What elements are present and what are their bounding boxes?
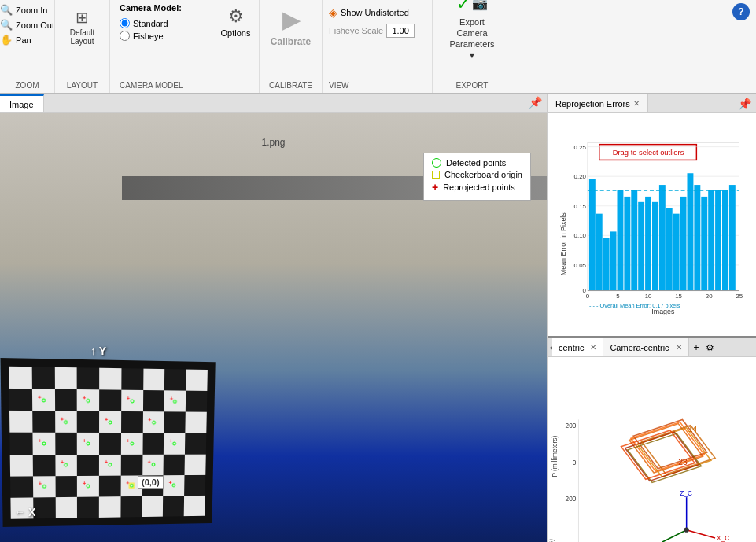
millimeters-label: (millimeters) xyxy=(548,539,555,542)
default-layout-label: Default Layout xyxy=(70,28,95,46)
svg-rect-30 xyxy=(708,190,714,291)
gear-icon: ⚙ xyxy=(228,6,244,27)
export-camera-params-button[interactable]: ✓ 📷 Export Camera Parameters ▼ xyxy=(439,3,505,50)
svg-rect-28 xyxy=(694,185,700,290)
svg-text:0: 0 xyxy=(573,459,577,466)
svg-rect-20 xyxy=(638,202,644,291)
checkerboard-origin-icon xyxy=(432,171,440,179)
default-layout-button[interactable]: ⊞ Default Layout xyxy=(65,3,100,50)
svg-text:15: 15 xyxy=(675,293,682,300)
svg-rect-26 xyxy=(680,197,687,291)
detected-points-label: Detected points xyxy=(446,158,506,168)
origin-label: (0,0) xyxy=(138,476,164,489)
image-filename: 1.png xyxy=(261,137,285,148)
svg-rect-13 xyxy=(589,179,596,290)
svg-point-61 xyxy=(684,528,689,533)
svg-text:200: 200 xyxy=(566,495,577,503)
chart-pin-icon[interactable]: 📌 xyxy=(733,96,756,112)
layout-icon: ⊞ xyxy=(76,8,89,27)
svg-text:X_C: X_C xyxy=(717,534,729,542)
zoom-in-label: Zoom In xyxy=(16,6,47,15)
axis-x-label: ← X xyxy=(14,506,35,518)
calibrate-label: Calibrate xyxy=(271,36,311,47)
camera-centric-tab-label: Camera-centric xyxy=(610,343,669,352)
pan-label: Pan xyxy=(16,35,31,45)
checkerboard-origin-label: Checkerboard origin xyxy=(444,170,522,179)
centric-close-icon[interactable]: ✕ xyxy=(590,343,596,352)
svg-rect-29 xyxy=(701,197,707,291)
options-label: Options xyxy=(221,28,251,38)
svg-rect-25 xyxy=(673,214,680,291)
y-axis-label: Mean Error in Pixels xyxy=(559,212,567,275)
help-button[interactable]: ? xyxy=(732,3,750,20)
checkerboard: ++++++++++++++++++ xyxy=(1,358,216,527)
reprojection-errors-tab[interactable]: Reprojection Errors ✕ xyxy=(548,94,648,112)
fisheye-scale-input[interactable] xyxy=(386,24,415,38)
camera-centric-close-icon[interactable]: ✕ xyxy=(676,343,682,352)
reprojection-chart: Mean Error in Pixels Drag to select outl… xyxy=(554,120,750,330)
svg-rect-21 xyxy=(645,197,651,291)
fisheye-radio-option[interactable]: Fisheye xyxy=(120,31,164,41)
svg-rect-14 xyxy=(596,214,603,291)
fisheye-scale-label: Fisheye Scale xyxy=(329,26,383,35)
camera-model-title: Camera Model: xyxy=(120,3,182,13)
zoom-in-button[interactable]: 🔍 Zoom In xyxy=(0,3,57,17)
svg-text:23: 23 xyxy=(678,458,688,466)
camera-centric-tab[interactable]: Camera-centric ✕ xyxy=(603,338,688,356)
svg-rect-16 xyxy=(610,231,617,290)
calibrate-button[interactable]: ▶ Calibrate xyxy=(263,3,319,50)
add-view-icon[interactable]: + xyxy=(692,341,701,355)
svg-text:Z_C: Z_C xyxy=(680,489,692,497)
axis-y-label: ↑ Y xyxy=(90,345,106,357)
svg-text:14: 14 xyxy=(688,425,698,433)
chart-area: Mean Error in Pixels Drag to select outl… xyxy=(548,113,756,336)
view3d-gear-icon[interactable]: ⚙ xyxy=(704,341,716,355)
layout-group-label: LAYOUT xyxy=(67,78,98,90)
fisheye-radio[interactable] xyxy=(120,31,130,41)
zoom-out-icon: 🔍 xyxy=(0,19,13,31)
svg-text:0.10: 0.10 xyxy=(574,232,587,239)
image-tab[interactable]: Image xyxy=(0,94,44,112)
standard-radio[interactable] xyxy=(120,18,130,28)
svg-rect-32 xyxy=(722,190,728,291)
calibrate-group-label: CALIBRATE xyxy=(269,78,312,90)
reprojected-points-icon: + xyxy=(432,182,438,193)
svg-text:P (millimeters): P (millimeters) xyxy=(551,436,559,477)
detected-points-icon xyxy=(432,158,441,168)
svg-text:5: 5 xyxy=(616,293,620,300)
legend-overlay: Detected points Checkerboard origin + Re… xyxy=(423,153,531,201)
options-button[interactable]: ⚙ Options xyxy=(216,3,256,41)
standard-radio-option[interactable]: Standard xyxy=(120,18,168,28)
svg-text:-200: -200 xyxy=(563,422,577,430)
svg-text:0: 0 xyxy=(586,293,590,300)
reprojection-errors-close-icon[interactable]: ✕ xyxy=(633,99,640,108)
drag-label: Drag to select outliers xyxy=(613,148,684,157)
reprojected-points-label: Reprojected points xyxy=(443,183,515,192)
centric-tab[interactable]: centric ✕ xyxy=(552,338,603,356)
export-camera-params-label: Export Camera Parameters xyxy=(447,17,497,50)
standard-label: Standard xyxy=(133,19,168,28)
svg-rect-23 xyxy=(659,185,666,290)
reprojection-errors-tab-label: Reprojection Errors xyxy=(555,99,630,109)
centric-tab-label: centric xyxy=(559,343,584,352)
svg-text:25: 25 xyxy=(736,293,743,300)
camera-model-group-label: CAMERA MODEL xyxy=(120,78,183,90)
svg-text:0.05: 0.05 xyxy=(574,262,587,269)
svg-text:0.25: 0.25 xyxy=(574,144,587,151)
svg-text:20: 20 xyxy=(706,293,713,300)
zoom-in-icon: 🔍 xyxy=(0,4,13,16)
show-undistorted-icon: ◈ xyxy=(329,6,337,19)
zoom-out-button[interactable]: 🔍 Zoom Out xyxy=(0,18,57,31)
show-undistorted-label: Show Undistorted xyxy=(341,8,409,17)
image-view: 1.png ++++++++++++++++++ Detected points xyxy=(0,113,547,542)
view-group-label: VIEW xyxy=(329,78,349,90)
svg-rect-24 xyxy=(666,208,673,291)
panel-pin-icon[interactable]: 📌 xyxy=(524,94,547,112)
svg-rect-31 xyxy=(715,190,721,291)
zoom-group-label: ZOOM xyxy=(16,78,39,90)
svg-rect-18 xyxy=(624,197,630,291)
pan-button[interactable]: ✋ Pan xyxy=(0,33,57,46)
fisheye-label: Fisheye xyxy=(133,31,164,41)
svg-rect-22 xyxy=(652,202,658,291)
zoom-out-label: Zoom Out xyxy=(16,20,54,30)
